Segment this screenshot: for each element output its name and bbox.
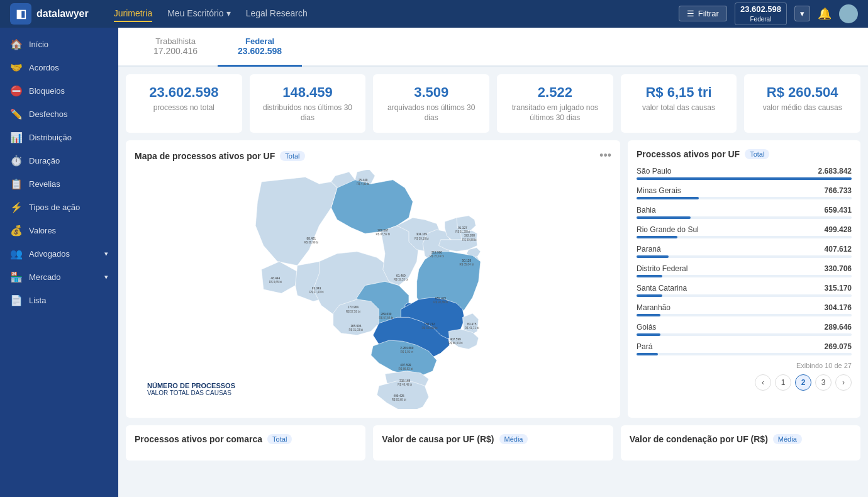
sub-PA: R$ 97,59 bi bbox=[376, 233, 391, 237]
state-AM bbox=[255, 177, 337, 266]
sidebar-label-inicio: Início bbox=[29, 40, 48, 49]
chevron-down-icon: ▾ bbox=[226, 8, 231, 18]
nav-meu-escritorio[interactable]: Meu Escritório ▾ bbox=[167, 6, 230, 22]
mercado-icon: 🏪 bbox=[10, 271, 23, 283]
next-page-button[interactable]: › bbox=[835, 374, 852, 391]
label-SC: 315.168 bbox=[399, 379, 411, 383]
sub-AC: R$ 9,65 bi bbox=[269, 281, 282, 284]
valores-icon: 💰 bbox=[10, 225, 23, 237]
bar-item: Maranhão 304.176 bbox=[637, 303, 852, 316]
map-legend: NÚMERO DE PROCESSOS VALOR TOTAL DAS CAUS… bbox=[147, 382, 235, 396]
duracao-icon: ⏱️ bbox=[10, 155, 23, 167]
stat-card-distribuidos: 148.459 distribuídos nos últimos 30 dias bbox=[250, 74, 366, 133]
sidebar-label-acordos: Acordos bbox=[29, 63, 59, 72]
sidebar-item-advogados[interactable]: 👥 Advogados ▾ bbox=[0, 242, 118, 265]
label-MS: 165.906 bbox=[350, 325, 362, 328]
page-1-button[interactable]: 1 bbox=[775, 374, 791, 391]
bar-item: Bahia 659.431 bbox=[637, 206, 852, 219]
pagination-info: Exibindo 10 de 27 bbox=[637, 362, 852, 369]
bar-item: Paraná 407.612 bbox=[637, 245, 852, 258]
page-3-button[interactable]: 3 bbox=[815, 374, 832, 391]
notifications-icon[interactable]: 🔔 bbox=[818, 7, 832, 21]
label-RJ: 407.599 bbox=[450, 338, 462, 341]
sub-MS: R$ 31,03 bi bbox=[348, 329, 363, 332]
sidebar-label-bloqueios: Bloqueios bbox=[29, 86, 65, 96]
sub-AP: R$ 4,82 bi bbox=[357, 182, 369, 186]
sidebar-item-inicio[interactable]: 🏠 Início bbox=[0, 33, 118, 56]
tab-federal[interactable]: Federal 23.602.598 bbox=[218, 28, 302, 67]
sidebar-label-duracao: Duração bbox=[29, 156, 60, 165]
tab-trabalhista[interactable]: Trabalhista 17.200.416 bbox=[133, 28, 218, 67]
bar-item: Minas Gerais 766.733 bbox=[637, 186, 852, 199]
advogados-icon: 👥 bbox=[10, 248, 23, 260]
nav-jurimetria[interactable]: Jurimetria bbox=[114, 6, 152, 22]
sub-RJ: R$ 86,53 bi bbox=[448, 342, 463, 345]
sidebar-item-tipos-de-acao[interactable]: ⚡ Tipos de ação bbox=[0, 196, 118, 219]
main-layout: 🏠 Início 🤝 Acordos ⛔ Bloqueios ✏️ Desfec… bbox=[0, 28, 868, 497]
pagination: ‹ 1 2 3 › bbox=[637, 374, 852, 391]
sidebar-item-revelias[interactable]: 📋 Revelias bbox=[0, 172, 118, 196]
bottom-row: Processos ativos por comarca Total Valor… bbox=[118, 425, 868, 468]
page-2-button[interactable]: 2 bbox=[795, 374, 811, 391]
map-options-button[interactable]: ••• bbox=[599, 149, 611, 162]
right-panel-header: Processos ativos por UF Total bbox=[637, 149, 852, 159]
sidebar-item-desfechos[interactable]: ✏️ Desfechos bbox=[0, 103, 118, 126]
tabs-bar: Trabalhista 17.200.416 Federal 23.602.59… bbox=[118, 28, 868, 67]
user-avatar[interactable] bbox=[839, 4, 858, 23]
label-RN: 91.327 bbox=[458, 226, 467, 230]
label-PI: 213.906 bbox=[431, 251, 443, 254]
sidebar-label-distribuicao: Distribuição bbox=[29, 133, 72, 142]
logo-area: ◧ datalawyer bbox=[10, 3, 89, 25]
map-section: Mapa de processos ativos por UF Total ••… bbox=[118, 133, 868, 425]
label-GO: 289.639 bbox=[381, 313, 392, 316]
sidebar-label-desfechos: Desfechos bbox=[29, 109, 67, 119]
label-ES: 83.475 bbox=[467, 323, 477, 326]
sub-BA: R$ 92,89 bi bbox=[433, 301, 448, 304]
distribuicao-icon: 📊 bbox=[10, 131, 23, 143]
filter-button[interactable]: ☰ Filtrar bbox=[679, 6, 727, 21]
sub-MG: R$ 343,39 bi bbox=[421, 327, 437, 330]
bottom-card-valor-condenacao-header: Valor de condenação por UF (R$) Média bbox=[630, 434, 852, 444]
brazil-map-area: 25.449 R$ 4,82 bi 88.401 R$ 38,99 bi 269… bbox=[135, 170, 611, 409]
label-MG: 766.712 bbox=[424, 323, 435, 326]
stats-row: 23.602.598 processos no total 148.459 di… bbox=[118, 67, 868, 133]
top-navigation: ◧ datalawyer Jurimetria Meu Escritório ▾… bbox=[0, 0, 868, 28]
label-RO: 93.043 bbox=[312, 287, 321, 290]
stat-card-valor-total: R$ 6,15 tri valor total das causas bbox=[621, 74, 737, 133]
sub-PE: R$ 35,84 bi bbox=[460, 263, 474, 266]
sidebar-item-distribuicao[interactable]: 📊 Distribuição bbox=[0, 126, 118, 149]
sidebar-label-valores: Valores bbox=[29, 226, 56, 235]
tipos-icon: ⚡ bbox=[10, 201, 23, 213]
sidebar: 🏠 Início 🤝 Acordos ⛔ Bloqueios ✏️ Desfec… bbox=[0, 28, 118, 497]
sub-MT: R$ 57,58 bi bbox=[346, 310, 360, 313]
label-AM: 88.401 bbox=[307, 237, 316, 240]
sidebar-item-mercado[interactable]: 🏪 Mercado ▾ bbox=[0, 265, 118, 289]
sidebar-item-bloqueios[interactable]: ⛔ Bloqueios bbox=[0, 79, 118, 103]
label-PA: 269.067 bbox=[377, 229, 389, 232]
stat-card-arquivados: 3.509 arquivados nos últimos 30 dias bbox=[373, 74, 489, 133]
label-MA: 304.169 bbox=[416, 233, 428, 237]
stat-card-valor-medio: R$ 260.504 valor médio das causas bbox=[744, 74, 860, 133]
sidebar-item-acordos[interactable]: 🤝 Acordos bbox=[0, 56, 118, 79]
home-icon: 🏠 bbox=[10, 38, 23, 50]
bar-items: São Paulo 2.683.842 Minas Gerais 766.733… bbox=[637, 167, 852, 355]
filter-count-box: 23.602.598 Federal bbox=[735, 3, 787, 25]
sidebar-label-lista: Lista bbox=[29, 296, 46, 305]
sidebar-item-valores[interactable]: 💰 Valores bbox=[0, 219, 118, 242]
sub-PB: R$ 99,88 bi bbox=[462, 238, 477, 242]
label-RS: 499.425 bbox=[394, 394, 405, 398]
brazil-map-svg: 25.449 R$ 4,82 bi 88.401 R$ 38,99 bi 269… bbox=[135, 170, 611, 409]
nav-legal-research[interactable]: Legal Research bbox=[246, 6, 308, 22]
right-panel: Processos ativos por UF Total São Paulo … bbox=[628, 140, 860, 418]
bar-item: São Paulo 2.683.842 bbox=[637, 167, 852, 180]
sidebar-item-duracao[interactable]: ⏱️ Duração bbox=[0, 149, 118, 172]
bar-item: Santa Catarina 315.170 bbox=[637, 284, 852, 297]
map-panel: Mapa de processos ativos por UF Total ••… bbox=[126, 140, 620, 418]
filter-expand-button[interactable]: ▾ bbox=[794, 6, 810, 21]
desfechos-icon: ✏️ bbox=[10, 108, 23, 120]
map-panel-header: Mapa de processos ativos por UF Total ••… bbox=[135, 149, 611, 162]
prev-page-button[interactable]: ‹ bbox=[755, 374, 771, 391]
sidebar-item-lista[interactable]: 📄 Lista bbox=[0, 289, 118, 312]
bottom-card-valor-causa: Valor de causa por UF (R$) Média bbox=[373, 425, 613, 461]
filter-icon: ☰ bbox=[687, 9, 694, 18]
